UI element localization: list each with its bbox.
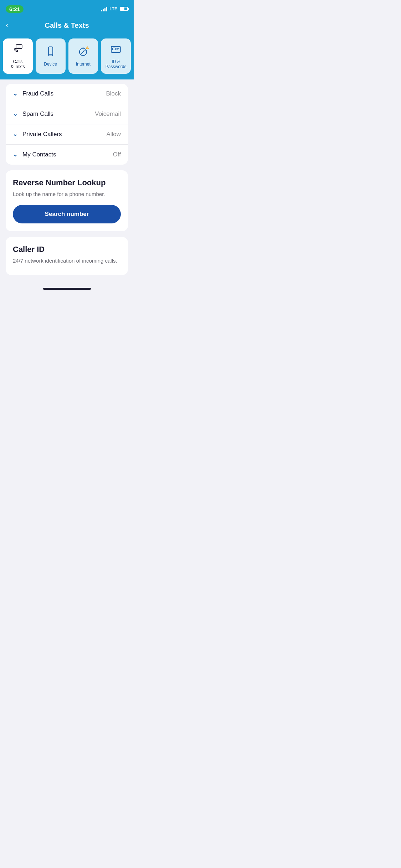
- svg-rect-0: [16, 45, 22, 48]
- caller-id-card: Caller ID 24/7 network identification of…: [6, 237, 128, 275]
- tab-id-passwords[interactable]: ID &Passwords: [101, 38, 131, 74]
- search-number-button[interactable]: Search number: [13, 205, 121, 223]
- svg-line-7: [83, 50, 86, 52]
- lookup-title: Reverse Number Lookup: [13, 178, 121, 187]
- tab-device[interactable]: Device: [36, 38, 66, 74]
- call-settings-card: ⌄ Fraud Calls Block ⌄ Spam Calls Voicema…: [6, 84, 128, 165]
- my-contacts-row[interactable]: ⌄ My Contacts Off: [6, 145, 128, 165]
- status-icons: LTE: [101, 6, 128, 11]
- private-callers-value: Allow: [106, 131, 121, 138]
- id-card-icon: [110, 43, 122, 55]
- calls-texts-icon-wrap: [12, 43, 24, 56]
- svg-text:!: !: [87, 47, 88, 49]
- id-passwords-icon-wrap: [110, 43, 122, 56]
- fraud-calls-chevron-icon: ⌄: [13, 90, 17, 97]
- reverse-lookup-card: Reverse Number Lookup Look up the name f…: [6, 170, 128, 231]
- caller-id-title: Caller ID: [13, 245, 121, 254]
- internet-icon-wrap: !: [77, 45, 89, 59]
- my-contacts-value: Off: [113, 151, 121, 158]
- fraud-calls-label: Fraud Calls: [22, 90, 106, 97]
- phone-chat-icon: [12, 43, 24, 55]
- status-bar: 6:21 LTE: [0, 0, 134, 16]
- private-callers-row[interactable]: ⌄ Private Callers Allow: [6, 124, 128, 145]
- home-bar: [43, 288, 91, 290]
- internet-icon: !: [77, 45, 89, 57]
- spam-calls-label: Spam Calls: [22, 110, 95, 118]
- page-title: Calls & Texts: [45, 21, 89, 30]
- tab-calls-texts[interactable]: Calls& Texts: [3, 38, 33, 74]
- lte-label: LTE: [109, 6, 117, 11]
- spam-calls-row[interactable]: ⌄ Spam Calls Voicemail: [6, 104, 128, 124]
- tab-id-passwords-label: ID &Passwords: [106, 59, 127, 69]
- tab-bar: Calls& Texts Device ! Internet: [0, 38, 134, 79]
- device-icon: [45, 45, 57, 57]
- my-contacts-label: My Contacts: [22, 151, 113, 158]
- svg-line-8: [81, 52, 83, 54]
- lookup-description: Look up the name for a phone number.: [13, 190, 121, 198]
- fraud-calls-value: Block: [106, 90, 121, 97]
- fraud-calls-row[interactable]: ⌄ Fraud Calls Block: [6, 84, 128, 104]
- header: ‹ Calls & Texts: [0, 16, 134, 38]
- device-icon-wrap: [45, 45, 57, 59]
- caller-id-description: 24/7 network identification of incoming …: [13, 257, 121, 264]
- private-callers-chevron-icon: ⌄: [13, 131, 17, 138]
- status-time: 6:21: [6, 5, 24, 13]
- back-button[interactable]: ‹: [6, 19, 11, 31]
- main-content: ⌄ Fraud Calls Block ⌄ Spam Calls Voicema…: [0, 79, 134, 285]
- spam-calls-chevron-icon: ⌄: [13, 110, 17, 117]
- tab-internet-label: Internet: [76, 62, 91, 67]
- battery-icon: [120, 7, 128, 11]
- svg-rect-13: [113, 48, 116, 50]
- tab-calls-texts-label: Calls& Texts: [11, 59, 25, 69]
- home-indicator: [0, 285, 134, 291]
- tab-device-label: Device: [44, 62, 57, 67]
- spam-calls-value: Voicemail: [95, 110, 121, 118]
- private-callers-label: Private Callers: [22, 131, 106, 138]
- svg-point-6: [83, 47, 84, 48]
- signal-bars-icon: [101, 6, 107, 11]
- tab-internet[interactable]: ! Internet: [68, 38, 98, 74]
- my-contacts-chevron-icon: ⌄: [13, 151, 17, 158]
